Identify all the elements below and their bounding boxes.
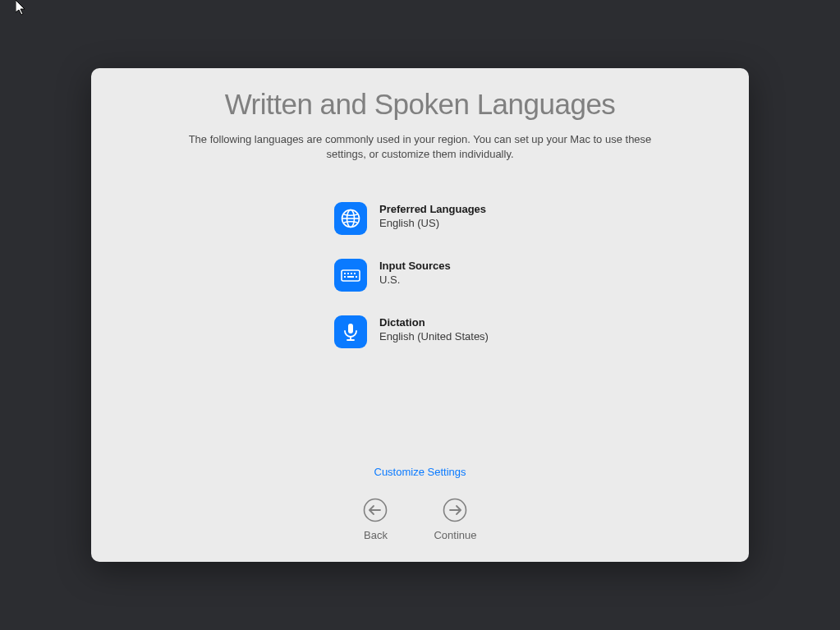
preferred-languages-label: Preferred Languages	[379, 203, 486, 215]
arrow-left-icon	[363, 498, 388, 522]
svg-rect-3	[342, 270, 360, 281]
dictation-row: Dictation English (United States)	[334, 315, 749, 348]
svg-rect-11	[348, 324, 353, 333]
keyboard-icon	[334, 259, 367, 292]
input-sources-label: Input Sources	[379, 260, 451, 272]
settings-list: Preferred Languages English (US) Input	[91, 202, 749, 372]
dictation-value: English (United States)	[379, 330, 489, 343]
svg-rect-6	[351, 273, 352, 274]
input-sources-value: U.S.	[379, 274, 451, 286]
svg-rect-4	[344, 273, 346, 274]
dictation-label: Dictation	[379, 316, 489, 329]
svg-rect-10	[356, 276, 357, 278]
nav-buttons: Back Continue	[91, 498, 749, 541]
back-button[interactable]: Back	[363, 498, 388, 541]
cursor-pointer	[16, 0, 29, 20]
svg-rect-5	[347, 273, 349, 274]
preferred-languages-row: Preferred Languages English (US)	[334, 202, 749, 235]
svg-rect-8	[344, 276, 346, 278]
page-title: Written and Spoken Languages	[225, 88, 616, 121]
svg-rect-7	[354, 273, 356, 274]
svg-rect-9	[347, 276, 354, 278]
input-sources-row: Input Sources U.S.	[334, 259, 749, 292]
customize-settings-link[interactable]: Customize Settings	[91, 466, 749, 478]
continue-button[interactable]: Continue	[434, 498, 476, 541]
page-subtitle: The following languages are commonly use…	[174, 132, 667, 161]
setup-panel: Written and Spoken Languages The followi…	[91, 68, 749, 562]
continue-label: Continue	[434, 529, 476, 541]
microphone-icon	[334, 315, 367, 348]
globe-icon	[334, 202, 367, 235]
arrow-right-icon	[443, 498, 467, 522]
preferred-languages-value: English (US)	[379, 217, 486, 229]
back-label: Back	[364, 529, 388, 541]
